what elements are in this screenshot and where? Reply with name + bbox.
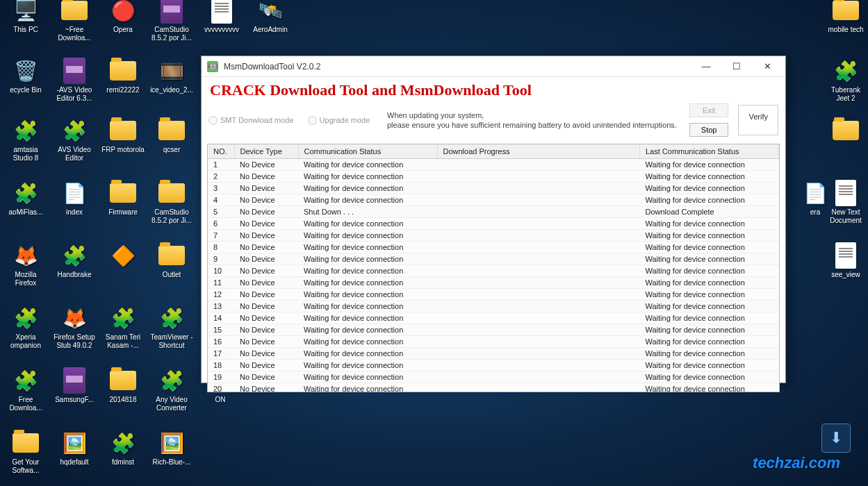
desktop-icon[interactable]: 2014818 bbox=[101, 367, 145, 404]
exit-button[interactable]: Exit bbox=[689, 103, 729, 117]
desktop-icon[interactable]: SamsungF... bbox=[53, 367, 96, 404]
desktop-icon[interactable]: Get Your Softwa... bbox=[4, 429, 47, 474]
table-row[interactable]: 16No DeviceWaiting for device connection… bbox=[208, 336, 779, 348]
desktop-icon-label: mobile tech bbox=[824, 26, 867, 34]
desktop-icon[interactable]: 🧩Tuberank Jeet 2 bbox=[824, 57, 867, 102]
desktop-icon-label: Mozilla Firefox bbox=[4, 271, 47, 287]
desktop-icon[interactable]: 🦊Mozilla Firefox bbox=[4, 242, 47, 287]
desktop-icon[interactable]: Outlet bbox=[150, 242, 193, 279]
desktop-icon[interactable]: 🧩TeamViewer - Shortcut bbox=[150, 304, 193, 349]
desktop-icon[interactable]: 🧩Any Video Converter bbox=[150, 367, 193, 412]
desktop-icon[interactable]: CamStudio 8.5.2 por Ji... bbox=[150, 0, 193, 42]
col-progress[interactable]: Download Progress bbox=[437, 144, 640, 159]
device-table-wrap[interactable]: NO. Device Type Communication Status Dow… bbox=[207, 144, 780, 392]
desktop-icon[interactable]: 🖥️This PC bbox=[4, 0, 47, 34]
table-row[interactable]: 11No DeviceWaiting for device connection… bbox=[208, 277, 779, 289]
maximize-button[interactable]: ☐ bbox=[721, 57, 752, 76]
table-row[interactable]: 2No DeviceWaiting for device connectionW… bbox=[208, 171, 779, 183]
smt-radio-input[interactable] bbox=[208, 116, 218, 125]
table-row[interactable]: 12No DeviceWaiting for device connection… bbox=[208, 289, 779, 301]
desktop-icon-label: New Text Document bbox=[824, 208, 867, 224]
cell-last-status: Waiting for device connection bbox=[640, 277, 779, 289]
table-row[interactable]: 19No DeviceWaiting for device connection… bbox=[208, 371, 779, 383]
cell-device-type: No Device bbox=[234, 218, 298, 230]
desktop-icon[interactable]: mobile tech bbox=[824, 0, 867, 34]
table-row[interactable]: 7No DeviceWaiting for device connectionW… bbox=[208, 230, 779, 242]
desktop-icon[interactable]: 🛰️AeroAdmin bbox=[249, 0, 292, 34]
header-area: CRACK Download Tool and MsmDownload Tool… bbox=[202, 77, 785, 141]
table-row[interactable]: 10No DeviceWaiting for device connection… bbox=[208, 265, 779, 277]
desktop-icon[interactable] bbox=[824, 117, 867, 146]
desktop-icon[interactable]: Firmware bbox=[101, 179, 145, 217]
desktop-icon[interactable]: 🔶 bbox=[101, 242, 145, 271]
desktop-icon[interactable]: FRP motorola bbox=[101, 117, 145, 154]
desktop-icon-label: fdminst bbox=[101, 458, 145, 467]
desktop-icon[interactable]: ~Free Downloa... bbox=[53, 0, 96, 42]
cell-progress bbox=[437, 360, 640, 371]
desktop-icon[interactable]: 🖼️Rich-Blue-... bbox=[150, 429, 193, 467]
table-row[interactable]: 8No DeviceWaiting for device connectionW… bbox=[208, 242, 779, 253]
desktop-icon-label: Tuberank Jeet 2 bbox=[824, 86, 867, 102]
cell-comm-status: Waiting for device connection bbox=[298, 312, 437, 324]
cell-progress bbox=[437, 206, 640, 218]
desktop-icon[interactable]: 🧩Free Downloa... bbox=[4, 367, 47, 412]
desktop-icon[interactable]: see_view bbox=[824, 242, 867, 279]
cell-progress bbox=[437, 383, 640, 393]
verify-button[interactable]: Verify bbox=[738, 105, 778, 135]
table-row[interactable]: 1No DeviceWaiting for device connectionW… bbox=[208, 159, 779, 171]
col-last-status[interactable]: Last Communication Status bbox=[640, 144, 779, 159]
smt-mode-radio[interactable]: SMT Donwload mode bbox=[208, 116, 294, 125]
table-row[interactable]: 3No DeviceWaiting for device connectionW… bbox=[208, 183, 779, 194]
table-row[interactable]: 17No DeviceWaiting for device connection… bbox=[208, 348, 779, 360]
table-row[interactable]: 4No DeviceWaiting for device connectionW… bbox=[208, 194, 779, 206]
table-row[interactable]: 15No DeviceWaiting for device connection… bbox=[208, 324, 779, 336]
desktop-icon[interactable]: CamStudio 8.5.2 por Ji... bbox=[150, 179, 193, 224]
desktop-icon[interactable]: 📄index bbox=[53, 179, 96, 217]
desktop-icon[interactable]: remi22222 bbox=[101, 57, 145, 94]
stop-button[interactable]: Stop bbox=[689, 123, 729, 137]
table-row[interactable]: 14No DeviceWaiting for device connection… bbox=[208, 312, 779, 324]
desktop-icon[interactable]: 🔴Opera bbox=[101, 0, 145, 34]
desktop-icon[interactable]: 🗑️ecycle Bin bbox=[4, 57, 47, 94]
desktop-icon[interactable]: 🧩Sanam Teri Kasam -... bbox=[101, 304, 145, 349]
desktop-icon[interactable]: New Text Document bbox=[824, 179, 867, 224]
desktop-icon[interactable]: vvvvvvvvvv bbox=[200, 0, 243, 34]
col-no[interactable]: NO. bbox=[208, 144, 234, 159]
table-row[interactable]: 13No DeviceWaiting for device connection… bbox=[208, 301, 779, 312]
cell-comm-status: Waiting for device connection bbox=[298, 301, 437, 312]
cell-no: 12 bbox=[208, 289, 234, 301]
cell-comm-status: Waiting for device connection bbox=[298, 253, 437, 265]
cell-progress bbox=[437, 324, 640, 336]
desktop-icon-label: qcser bbox=[150, 146, 193, 154]
cell-no: 16 bbox=[208, 336, 234, 348]
upgrade-mode-radio[interactable]: Upgrade mode bbox=[308, 116, 370, 125]
desktop-icon[interactable]: 🧩Handbrake bbox=[53, 242, 96, 279]
desktop-icon[interactable]: 🖼️hqdefault bbox=[53, 429, 96, 467]
desktop-icon[interactable]: 🎞️ice_video_2... bbox=[150, 57, 193, 94]
app-icon bbox=[207, 61, 218, 72]
cell-device-type: No Device bbox=[234, 183, 298, 194]
col-comm-status[interactable]: Communication Status bbox=[298, 144, 437, 159]
col-device-type[interactable]: Device Type bbox=[234, 144, 298, 159]
desktop-icon[interactable]: 🦊Firefox Setup Stub 49.0.2 bbox=[53, 304, 96, 349]
desktop-icon[interactable]: qcser bbox=[150, 117, 193, 154]
cell-progress bbox=[437, 312, 640, 324]
desktop-icon[interactable]: -AVS Video Editor 6.3... bbox=[53, 57, 96, 102]
desktop-icon[interactable]: 🧩Xperia ompanion bbox=[4, 304, 47, 349]
desktop-icon[interactable]: 🧩amtasia Studio 8 bbox=[4, 117, 47, 162]
table-row[interactable]: 6No DeviceWaiting for device connectionW… bbox=[208, 218, 779, 230]
cell-device-type: No Device bbox=[234, 230, 298, 242]
table-row[interactable]: 20No DeviceWaiting for device connection… bbox=[208, 383, 779, 393]
desktop-icon-label: ON bbox=[199, 396, 242, 404]
table-row[interactable]: 5No DeviceShut Down . . .Download Comple… bbox=[208, 206, 779, 218]
close-button[interactable]: ✕ bbox=[752, 57, 783, 76]
table-row[interactable]: 9No DeviceWaiting for device connectionW… bbox=[208, 253, 779, 265]
desktop-icon[interactable]: 🧩aoMiFlas... bbox=[4, 179, 47, 217]
minimize-button[interactable]: — bbox=[691, 57, 721, 76]
upgrade-radio-input[interactable] bbox=[308, 116, 317, 125]
desktop-icon[interactable]: 🧩AVS Video Editor bbox=[53, 117, 96, 162]
cell-progress bbox=[437, 218, 640, 230]
titlebar[interactable]: MsmDownloadTool V2.0.2 — ☐ ✕ bbox=[202, 56, 785, 77]
table-row[interactable]: 18No DeviceWaiting for device connection… bbox=[208, 360, 779, 371]
desktop-icon[interactable]: 🧩fdminst bbox=[101, 429, 145, 467]
